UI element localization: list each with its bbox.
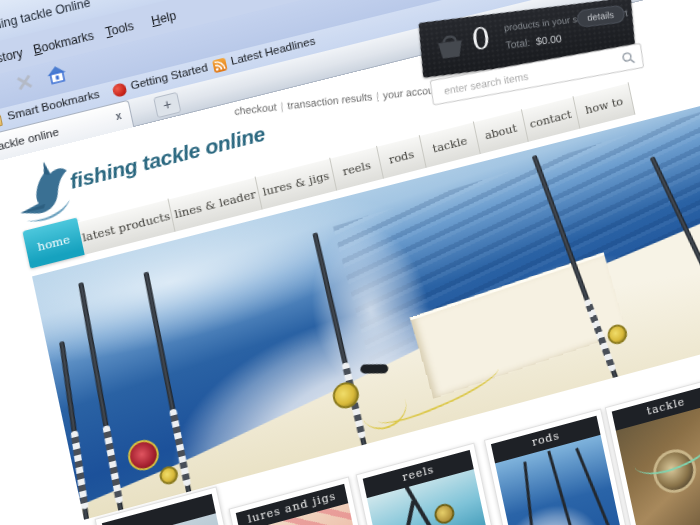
cart-total-label: Total: [505,36,531,51]
rss-icon [212,57,228,73]
cart-details-button[interactable]: details [576,5,625,28]
thumb-rod [386,501,415,525]
mozilla-icon [112,82,128,98]
cart-total: Total:$0.00 [505,32,562,51]
separator: | [280,100,284,112]
menu-history[interactable]: History [0,46,24,69]
tab-close-icon[interactable]: x [115,110,123,122]
cart-total-value: $0.00 [535,32,562,47]
cart-count: 0 [470,20,492,57]
menu-tools[interactable]: Tools [104,19,135,39]
folder-icon [0,115,3,130]
thumb-reel [433,502,457,525]
search-icon[interactable] [620,50,635,66]
cart-basket-icon [433,30,467,61]
stop-icon[interactable]: ✕ [9,67,41,99]
home-icon[interactable] [43,61,70,88]
screenshot-stage: Fishing tackle Online History Bookmarks … [0,0,700,525]
reel-handle [360,364,388,373]
separator: | [376,89,380,101]
browser-window: Fishing tackle Online History Bookmarks … [0,0,700,525]
menu-help[interactable]: Help [150,9,177,29]
